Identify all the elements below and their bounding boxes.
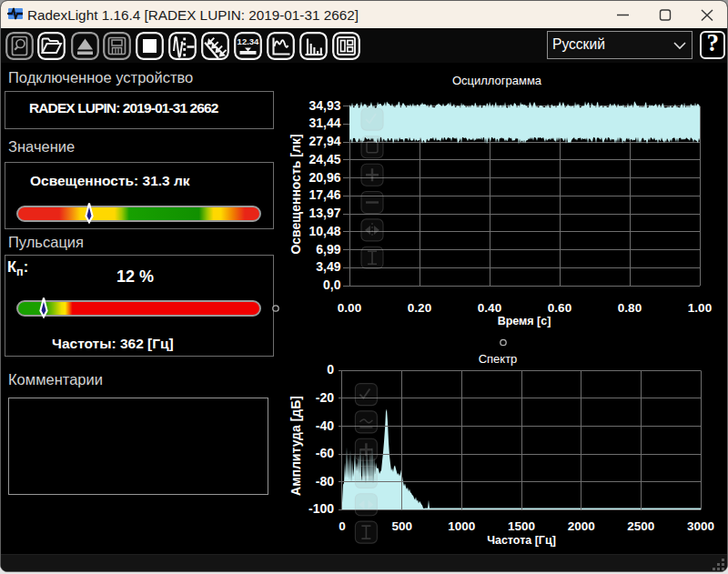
svg-text:0: 0 (339, 519, 346, 533)
svg-text:-100: -100 (308, 501, 334, 516)
svg-text:Освещенность [лк]: Освещенность [лк] (288, 134, 303, 254)
svg-text:-80: -80 (316, 474, 334, 488)
svg-text:2500: 2500 (627, 519, 654, 533)
svg-text:-40: -40 (316, 418, 334, 433)
svg-text:0.40: 0.40 (478, 301, 501, 315)
svg-text:31,44: 31,44 (308, 116, 340, 130)
svg-text:13,97: 13,97 (308, 206, 340, 220)
svg-text:1500: 1500 (508, 519, 535, 533)
svg-text:12.34: 12.34 (238, 35, 259, 45)
svg-text:0.20: 0.20 (408, 301, 431, 315)
svg-text:3000: 3000 (687, 519, 714, 533)
svg-text:-60: -60 (316, 446, 334, 460)
svg-text:1.00: 1.00 (688, 301, 712, 315)
svg-text:Амплитуда [дБ]: Амплитуда [дБ] (288, 396, 303, 496)
svg-text:0.80: 0.80 (618, 301, 642, 315)
svg-text:500: 500 (391, 519, 412, 533)
svg-text:1000: 1000 (448, 519, 475, 533)
svg-text:34,93: 34,93 (308, 98, 340, 113)
svg-text:Время [с]: Время [с] (498, 315, 551, 327)
svg-text:17,46: 17,46 (308, 187, 340, 202)
svg-text:0.00: 0.00 (338, 301, 361, 315)
svg-text:27,94: 27,94 (308, 134, 340, 148)
svg-text:10,48: 10,48 (308, 224, 340, 238)
svg-text:-20: -20 (316, 390, 334, 405)
svg-text:6,99: 6,99 (316, 242, 340, 257)
svg-text:0,0: 0,0 (323, 277, 341, 292)
svg-text:24,45: 24,45 (308, 152, 340, 166)
svg-text:Осциллограмма: Осциллограмма (452, 74, 542, 87)
svg-text:20,96: 20,96 (308, 170, 340, 185)
svg-text:2000: 2000 (568, 519, 595, 533)
svg-text:Спектр: Спектр (479, 352, 518, 366)
svg-text:0: 0 (327, 362, 334, 377)
svg-text:0.60: 0.60 (548, 301, 571, 315)
svg-text:Частота [Гц]: Частота [Гц] (487, 534, 556, 547)
svg-text:3,49: 3,49 (316, 259, 340, 274)
